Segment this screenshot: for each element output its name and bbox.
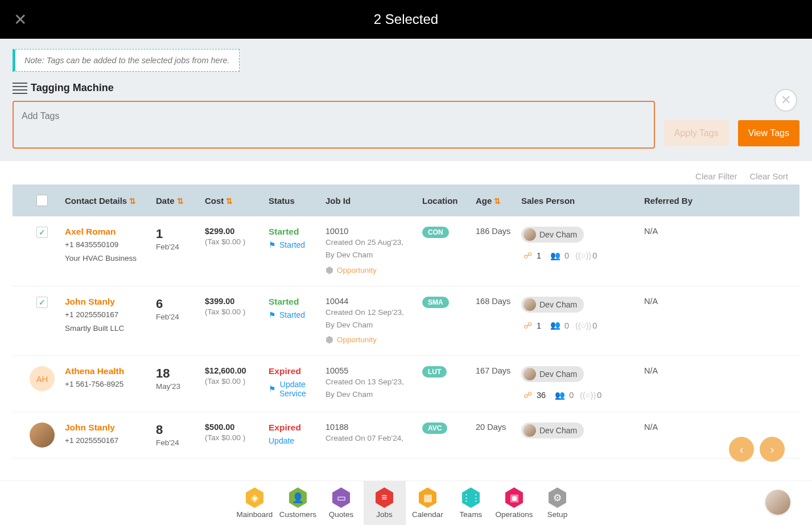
nav-icon: ⋮⋮ bbox=[461, 487, 481, 508]
contact-name[interactable]: Athena Health bbox=[65, 366, 156, 376]
sort-icon[interactable]: ⇅ bbox=[494, 196, 501, 206]
users-icon: 👥 bbox=[554, 389, 566, 401]
metric-2: 0 bbox=[564, 321, 569, 330]
status-link[interactable]: ⚑UpdateService bbox=[269, 380, 325, 398]
nav-item-customers[interactable]: 👤Customers bbox=[277, 481, 319, 526]
row-checkbox[interactable] bbox=[36, 227, 48, 238]
sort-icon[interactable]: ⇅ bbox=[129, 196, 136, 206]
flag-icon: ⚑ bbox=[269, 310, 276, 319]
person-icon: ☍ bbox=[521, 389, 534, 401]
date-day: 1 bbox=[156, 227, 205, 241]
header-contact[interactable]: Contact Details bbox=[65, 196, 127, 206]
header-jobid[interactable]: Job Id bbox=[325, 196, 351, 206]
created-on: Created On 25 Aug'23, bbox=[325, 237, 422, 248]
bottom-nav: ◈Mainboard👤Customers▭Quotes≡Jobs▦Calenda… bbox=[0, 481, 812, 525]
tags-input[interactable] bbox=[22, 111, 646, 121]
contact-name[interactable]: Axel Roman bbox=[65, 227, 156, 237]
nav-label: Customers bbox=[279, 510, 316, 519]
sales-name: Dev Cham bbox=[539, 426, 577, 435]
age-text: 20 Days bbox=[476, 423, 506, 432]
sales-avatar bbox=[524, 228, 536, 241]
next-page-button[interactable]: › bbox=[760, 437, 785, 462]
cost-amount: $500.00 bbox=[205, 423, 269, 432]
nav-item-operations[interactable]: ▣Operations bbox=[493, 481, 535, 526]
person-icon: ☍ bbox=[521, 319, 534, 332]
note-box: Note: Tags can be added to the selected … bbox=[13, 49, 240, 72]
nav-item-quotes[interactable]: ▭Quotes bbox=[320, 481, 362, 526]
age-text: 186 Days bbox=[476, 227, 510, 236]
nav-item-calendar[interactable]: ▦Calendar bbox=[407, 481, 449, 526]
date-month: May'23 bbox=[156, 382, 205, 391]
opportunity-label: Opportunity bbox=[337, 335, 377, 344]
nav-item-teams[interactable]: ⋮⋮Teams bbox=[450, 481, 492, 526]
sort-icon[interactable]: ⇅ bbox=[177, 196, 184, 206]
nav-label: Operations bbox=[495, 510, 533, 519]
header-sales[interactable]: Sales Person bbox=[521, 196, 575, 206]
header-ref[interactable]: Referred By bbox=[644, 196, 693, 206]
cost-tax: (Tax $0.00 ) bbox=[205, 237, 269, 246]
sales-person-chip[interactable]: Dev Cham bbox=[521, 366, 584, 382]
nav-item-setup[interactable]: ⚙Setup bbox=[537, 481, 579, 526]
status-link[interactable]: Update bbox=[269, 436, 325, 445]
metric-2: 0 bbox=[564, 251, 569, 260]
clear-sort-link[interactable]: Clear Sort bbox=[749, 171, 788, 181]
header-age[interactable]: Age bbox=[476, 196, 492, 206]
status-link[interactable]: ⚑Started bbox=[269, 240, 325, 249]
profile-avatar[interactable] bbox=[765, 490, 790, 515]
contact-phone: +1 2025550167 bbox=[65, 309, 156, 321]
header-location[interactable]: Location bbox=[422, 196, 458, 206]
header-status[interactable]: Status bbox=[269, 196, 295, 206]
contact-name[interactable]: John Stanly bbox=[65, 297, 156, 307]
select-all-checkbox[interactable] bbox=[36, 195, 48, 206]
status-link[interactable]: ⚑Started bbox=[269, 310, 325, 319]
nav-icon: ▭ bbox=[331, 487, 352, 508]
flag-icon: ⚑ bbox=[269, 240, 276, 249]
tags-field-wrapper[interactable] bbox=[13, 101, 655, 149]
status-label: Expired bbox=[269, 366, 325, 376]
users-icon: 👥 bbox=[549, 249, 562, 262]
table-row[interactable]: John Stanly +1 2025550167 Smartly Built … bbox=[13, 286, 799, 356]
date-day: 8 bbox=[156, 423, 205, 437]
view-tags-button[interactable]: View Tags bbox=[738, 120, 799, 146]
date-month: Feb'24 bbox=[156, 243, 205, 251]
apply-tags-button[interactable]: Apply Tags bbox=[664, 120, 729, 146]
table-row[interactable]: John Stanly +1 2025550167 8 Feb'24 $500.… bbox=[13, 412, 799, 458]
users-icon: 👥 bbox=[549, 319, 562, 332]
header-date[interactable]: Date bbox=[156, 196, 175, 206]
bell-icon: ((○)) bbox=[577, 319, 590, 332]
note-text: Note: Tags can be added to the selected … bbox=[24, 56, 230, 65]
sales-name: Dev Cham bbox=[539, 230, 577, 239]
nav-item-mainboard[interactable]: ◈Mainboard bbox=[234, 481, 276, 526]
contact-name[interactable]: John Stanly bbox=[65, 423, 156, 433]
job-id: 10188 bbox=[325, 423, 422, 432]
jobs-table: Contact Details⇅ Date⇅ Cost⇅ Status Job … bbox=[0, 184, 812, 458]
clear-filter-link[interactable]: Clear Filter bbox=[695, 171, 737, 181]
prev-page-button[interactable]: ‹ bbox=[729, 437, 754, 462]
contact-company: Smartly Built LLC bbox=[65, 323, 156, 334]
table-row[interactable]: AH Athena Health +1 561-756-8925 18 May'… bbox=[13, 356, 799, 412]
sales-person-chip[interactable]: Dev Cham bbox=[521, 297, 584, 313]
cost-amount: $12,600.00 bbox=[205, 366, 269, 375]
cost-amount: $399.00 bbox=[205, 297, 269, 306]
close-icon[interactable]: ✕ bbox=[14, 10, 27, 29]
location-badge: LUT bbox=[422, 366, 447, 378]
job-id: 10055 bbox=[325, 366, 422, 375]
sales-avatar bbox=[524, 368, 536, 380]
tagging-panel: Note: Tags can be added to the selected … bbox=[0, 39, 812, 161]
sales-person-chip[interactable]: Dev Cham bbox=[521, 227, 584, 243]
contact-phone: +1 2025550167 bbox=[65, 435, 156, 446]
sort-icon[interactable]: ⇅ bbox=[226, 196, 233, 206]
filter-bar: Clear Filter Clear Sort bbox=[0, 161, 812, 184]
nav-item-jobs[interactable]: ≡Jobs bbox=[364, 481, 406, 526]
row-checkbox[interactable] bbox=[36, 297, 48, 308]
header-cost[interactable]: Cost bbox=[205, 196, 224, 206]
created-by: By Dev Cham bbox=[325, 389, 422, 400]
panel-close-button[interactable]: ✕ bbox=[774, 89, 797, 112]
job-id: 10010 bbox=[325, 227, 422, 236]
table-row[interactable]: Axel Roman +1 8435550109 Your HVAC Busin… bbox=[13, 216, 799, 286]
sales-person-chip[interactable]: Dev Cham bbox=[521, 423, 584, 438]
referred-by: N/A bbox=[644, 227, 658, 236]
metric-1: 1 bbox=[537, 321, 541, 330]
cost-tax: (Tax $0.00 ) bbox=[205, 377, 269, 385]
location-badge: SMA bbox=[422, 297, 449, 308]
